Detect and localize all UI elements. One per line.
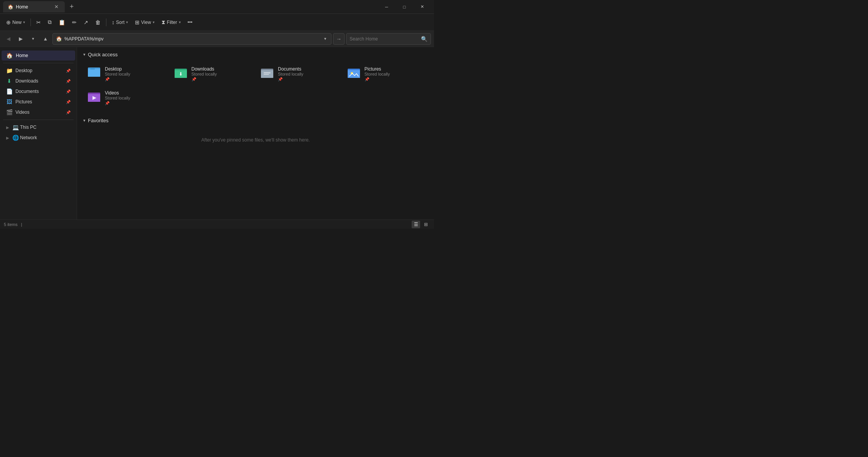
sort-dropdown-icon: ▾ — [126, 20, 128, 24]
paste-icon: 📋 — [59, 19, 65, 25]
minimize-button[interactable]: ─ — [378, 0, 395, 14]
sidebar-item-home[interactable]: 🏠 Home — [2, 51, 75, 61]
view-dropdown-icon: ▾ — [153, 20, 155, 24]
address-input-container[interactable]: 🏠 ▾ — [52, 33, 331, 45]
network-icon: 🌐 — [12, 135, 19, 141]
quick-access-grid: Desktop Stored locally 📌 ⬇ Downloads Sto… — [83, 62, 428, 108]
downloads-folder-icon: ⬇ — [174, 66, 188, 81]
grid-view-button[interactable]: ⊞ — [422, 221, 430, 228]
folder-card-videos[interactable]: Videos Stored locally 📌 — [83, 87, 168, 108]
back-button[interactable]: ◀ — [3, 34, 14, 44]
tab-close-button[interactable]: ✕ — [53, 3, 60, 10]
pictures-folder-icon — [347, 66, 361, 81]
address-input[interactable] — [64, 36, 323, 42]
downloads-folder-sub: Stored locally — [192, 72, 217, 76]
desktop-pin-icon: 📌 — [66, 69, 71, 73]
favorites-header: ▾ Favorites — [83, 118, 428, 123]
copy-button[interactable]: ⧉ — [45, 16, 55, 29]
sidebar-item-videos[interactable]: 🎬 Videos 📌 — [2, 107, 75, 117]
quick-access-chevron[interactable]: ▾ — [83, 52, 86, 57]
more-label: ••• — [188, 20, 193, 25]
downloads-icon: ⬇ — [6, 78, 12, 84]
new-label: New — [12, 20, 22, 25]
toolbar-separator-1 — [30, 19, 31, 26]
more-button[interactable]: ••• — [185, 16, 196, 29]
go-button[interactable]: → — [333, 33, 345, 45]
search-icon: 🔍 — [421, 36, 427, 42]
documents-pin-icon: 📌 — [66, 89, 71, 94]
new-tab-button[interactable]: + — [66, 2, 77, 12]
filter-button[interactable]: ⧗ Filter ▾ — [158, 16, 184, 29]
tab-home-label: Home — [16, 4, 28, 10]
sidebar-item-documents[interactable]: 📄 Documents 📌 — [2, 86, 75, 96]
filter-label: Filter — [167, 20, 177, 25]
desktop-folder-name: Desktop — [105, 66, 130, 72]
sidebar-item-desktop[interactable]: 📁 Desktop 📌 — [2, 66, 75, 76]
sidebar-item-network[interactable]: ▶ 🌐 Network — [2, 133, 75, 143]
favorites-chevron[interactable]: ▾ — [83, 118, 86, 123]
sidebar-divider-1 — [3, 63, 74, 63]
downloads-folder-name: Downloads — [192, 66, 217, 72]
svg-text:⬇: ⬇ — [179, 71, 183, 77]
sidebar-item-this-pc[interactable]: ▶ 💻 This PC — [2, 122, 75, 132]
pictures-folder-pin: 📌 — [365, 77, 390, 81]
svg-rect-1 — [88, 69, 100, 77]
folder-card-downloads[interactable]: ⬇ Downloads Stored locally 📌 — [170, 62, 255, 86]
view-label: View — [141, 20, 151, 25]
new-button[interactable]: ⊕ New ▾ — [3, 16, 28, 29]
this-pc-expand-icon: ▶ — [6, 125, 9, 130]
sort-label: Sort — [116, 20, 124, 25]
sidebar-item-pictures[interactable]: 🖼 Pictures 📌 — [2, 97, 75, 107]
delete-button[interactable]: 🗑 — [92, 16, 104, 29]
favorites-empty-message: After you've pinned some files, we'll sh… — [83, 128, 428, 152]
desktop-icon: 📁 — [6, 67, 12, 74]
network-expand-icon: ▶ — [6, 136, 9, 140]
documents-icon: 📄 — [6, 88, 12, 94]
copy-icon: ⧉ — [48, 19, 52, 25]
downloads-folder-pin: 📌 — [192, 77, 217, 81]
view-button[interactable]: ⊞ View ▾ — [132, 16, 158, 29]
downloads-folder-info: Downloads Stored locally 📌 — [192, 66, 217, 81]
search-input[interactable] — [350, 36, 419, 42]
sidebar-desktop-label: Desktop — [15, 68, 63, 73]
main-layout: 🏠 Home 📁 Desktop 📌 ⬇ Downloads 📌 📄 Docum… — [0, 47, 434, 219]
sidebar-home-label: Home — [16, 53, 71, 58]
sort-button[interactable]: ↕ Sort ▾ — [109, 16, 131, 29]
home-icon: 🏠 — [6, 52, 13, 59]
new-icon: ⊕ — [6, 19, 11, 25]
pictures-folder-sub: Stored locally — [365, 72, 390, 76]
folder-card-desktop[interactable]: Desktop Stored locally 📌 — [83, 62, 168, 86]
folder-card-documents[interactable]: Documents Stored locally 📌 — [256, 62, 341, 86]
recent-locations-button[interactable]: ▾ — [28, 34, 39, 44]
close-button[interactable]: ✕ — [413, 0, 431, 14]
forward-button[interactable]: ▶ — [15, 34, 26, 44]
sidebar-item-downloads[interactable]: ⬇ Downloads 📌 — [2, 76, 75, 86]
toolbar-separator-2 — [106, 19, 106, 26]
desktop-folder-pin: 📌 — [105, 77, 130, 81]
quick-access-title: Quick access — [88, 52, 118, 57]
this-pc-icon: 💻 — [12, 124, 19, 130]
pictures-folder-info: Pictures Stored locally 📌 — [365, 66, 390, 81]
rename-button[interactable]: ✏ — [69, 16, 80, 29]
list-view-button[interactable]: ☰ — [412, 221, 420, 228]
downloads-pin-icon: 📌 — [66, 79, 71, 83]
new-dropdown-icon: ▾ — [23, 20, 25, 24]
documents-folder-icon — [260, 66, 274, 81]
videos-folder-info: Videos Stored locally 📌 — [105, 90, 130, 105]
videos-pin-icon: 📌 — [66, 110, 71, 115]
documents-folder-sub: Stored locally — [278, 72, 303, 76]
cut-button[interactable]: ✂ — [33, 16, 44, 29]
folder-card-pictures[interactable]: Pictures Stored locally 📌 — [343, 62, 428, 86]
maximize-button[interactable]: □ — [395, 0, 413, 14]
svg-rect-8 — [264, 73, 271, 73]
paste-button[interactable]: 📋 — [56, 16, 68, 29]
window-controls: ─ □ ✕ — [378, 0, 431, 14]
videos-folder-sub: Stored locally — [105, 96, 130, 100]
filter-dropdown-icon: ▾ — [179, 20, 181, 24]
share-button[interactable]: ↗ — [81, 16, 91, 29]
content-area: ▾ Quick access Desktop Stored locally 📌 — [77, 47, 434, 219]
up-button[interactable]: ▲ — [40, 34, 51, 44]
address-dropdown-button[interactable]: ▾ — [323, 35, 328, 42]
search-box: 🔍 — [346, 33, 431, 45]
tab-home[interactable]: 🏠 Home ✕ — [3, 1, 65, 12]
